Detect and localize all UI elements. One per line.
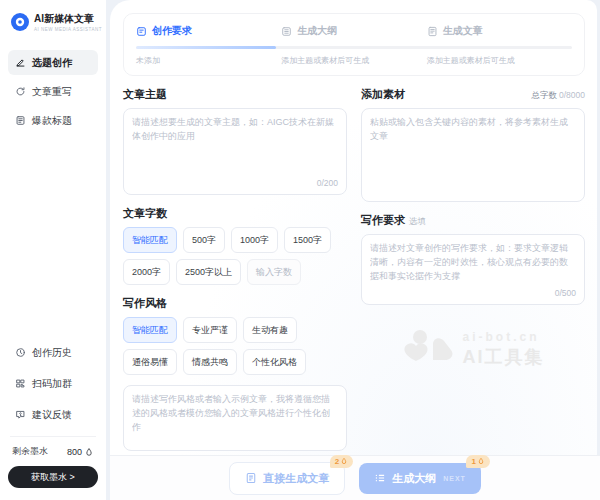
- requirement-section-title: 写作要求选填: [361, 213, 426, 228]
- watermark-domain: ai-bot.cn: [463, 330, 545, 344]
- outline-list-icon: [374, 472, 386, 484]
- hot-title-icon: [15, 115, 26, 126]
- stepper-card: 创作要求生成大纲生成文章 未添加添加主题或素材后可生成添加主题或素材后可生成: [123, 13, 585, 76]
- requirement-char-counter: 0/500: [370, 286, 576, 299]
- form-right-column: 添加素材 总字数0/8000 写作要求选填: [361, 76, 585, 369]
- requirement-icon: [136, 26, 147, 37]
- topic-char-counter: 0/200: [132, 176, 338, 189]
- option-chip[interactable]: 2500字以上: [176, 259, 241, 285]
- sidebar-item-选题创作[interactable]: 选题创作: [8, 50, 98, 75]
- custom-style-input[interactable]: [132, 393, 338, 445]
- option-chip[interactable]: 生动有趣: [243, 317, 297, 343]
- stepper-steps: 创作要求生成大纲生成文章: [136, 24, 572, 38]
- outline-icon: [281, 26, 292, 37]
- custom-style-box: [123, 385, 347, 451]
- article-ink-cost-badge: 2: [330, 455, 353, 468]
- ink-drop-icon: [477, 457, 485, 465]
- form-left-column: 文章主题 0/200 文章字数 智能匹配500字1000字1500字2000字2…: [123, 76, 347, 451]
- topic-input[interactable]: [132, 116, 338, 176]
- ink-balance-row: 剩余墨水 800: [8, 445, 98, 458]
- stepper-status-row: 未添加添加主题或素材后可生成添加主题或素材后可生成: [136, 55, 572, 66]
- requirement-input-box: 0/500: [361, 234, 585, 305]
- option-chip[interactable]: 通俗易懂: [123, 349, 177, 375]
- option-chip[interactable]: 专业严谨: [183, 317, 237, 343]
- topic-creation-icon: [15, 57, 26, 68]
- sidebar-bottom-nav: 创作历史扫码加群建议反馈: [8, 340, 98, 427]
- qr-code-icon: [15, 378, 26, 389]
- material-section-title: 添加素材: [361, 87, 405, 102]
- style-options: 智能匹配专业严谨生动有趣通俗易懂情感共鸣个性化风格: [123, 317, 347, 375]
- optional-tag: 选填: [409, 216, 426, 226]
- generate-outline-button[interactable]: 生成大纲 NEXT 1: [359, 463, 481, 494]
- main-area: 创作要求生成大纲生成文章 未添加添加主题或素材后可生成添加主题或素材后可生成 文…: [106, 0, 600, 500]
- watermark: ai-bot.cn AI工具集: [361, 329, 585, 369]
- stepper-progress-track: [136, 46, 572, 49]
- watermark-logo-icon: [402, 329, 454, 369]
- option-chip[interactable]: 2000字: [123, 259, 170, 285]
- document-icon: [245, 472, 257, 484]
- option-chip[interactable]: 1000字: [231, 227, 278, 253]
- step-创作要求[interactable]: 创作要求: [136, 24, 281, 38]
- main-panel: 创作要求生成大纲生成文章 未添加添加主题或素材后可生成添加主题或素材后可生成 文…: [110, 0, 597, 455]
- option-chip[interactable]: 500字: [183, 227, 225, 253]
- stepper-progress-fill: [136, 46, 276, 49]
- step-status-text: 添加主题或素材后可生成: [427, 55, 572, 66]
- material-total-counter: 总字数0/8000: [532, 90, 586, 102]
- app-subtitle: AI NEW MEDIA ASSISTANT: [34, 27, 102, 32]
- next-tag: NEXT: [443, 475, 466, 482]
- sidebar-item-爆款标题[interactable]: 爆款标题: [8, 108, 98, 133]
- topic-section-title: 文章主题: [123, 87, 167, 102]
- logo-icon: [11, 13, 29, 31]
- option-chip[interactable]: 输入字数: [247, 259, 301, 285]
- sidebar-nav: 选题创作文章重写爆款标题: [8, 50, 98, 133]
- footer-action-bar: 直接生成文章 2 生成大纲 NEXT 1: [110, 455, 600, 500]
- feedback-icon: [15, 409, 26, 420]
- ink-drop-icon: [340, 457, 348, 465]
- generate-article-button[interactable]: 直接生成文章 2: [229, 462, 345, 495]
- topic-input-box: 0/200: [123, 108, 347, 195]
- material-input[interactable]: [370, 116, 576, 196]
- requirement-input[interactable]: [370, 242, 576, 286]
- app-window: AI新媒体文章 AI NEW MEDIA ASSISTANT 选题创作文章重写爆…: [0, 0, 600, 500]
- option-chip[interactable]: 1500字: [284, 227, 331, 253]
- ink-balance-value: 800: [67, 447, 82, 457]
- option-chip[interactable]: 情感共鸣: [183, 349, 237, 375]
- step-status-text: 未添加: [136, 55, 281, 66]
- article-rewrite-icon: [15, 86, 26, 97]
- word-count-options: 智能匹配500字1000字1500字2000字2500字以上输入字数: [123, 227, 347, 285]
- sidebar-divider: [10, 436, 96, 437]
- ink-balance-label: 剩余墨水: [12, 445, 48, 458]
- creation-form: 文章主题 0/200 文章字数 智能匹配500字1000字1500字2000字2…: [123, 76, 585, 451]
- watermark-brand: AI工具集: [463, 345, 545, 369]
- step-生成文章[interactable]: 生成文章: [427, 24, 572, 38]
- option-chip[interactable]: 智能匹配: [123, 227, 177, 253]
- sidebar-item-建议反馈[interactable]: 建议反馈: [8, 402, 98, 427]
- app-title: AI新媒体文章: [34, 12, 102, 26]
- word-count-section-title: 文章字数: [123, 206, 167, 221]
- material-input-box: [361, 108, 585, 202]
- sidebar: AI新媒体文章 AI NEW MEDIA ASSISTANT 选题创作文章重写爆…: [0, 0, 106, 500]
- sidebar-item-文章重写[interactable]: 文章重写: [8, 79, 98, 104]
- style-section-title: 写作风格: [123, 296, 167, 311]
- history-icon: [15, 347, 26, 358]
- option-chip[interactable]: 个性化风格: [243, 349, 306, 375]
- step-生成大纲[interactable]: 生成大纲: [281, 24, 426, 38]
- article-icon: [427, 26, 438, 37]
- sidebar-item-创作历史[interactable]: 创作历史: [8, 340, 98, 365]
- get-ink-button[interactable]: 获取墨水 >: [8, 466, 98, 488]
- option-chip[interactable]: 智能匹配: [123, 317, 177, 343]
- outline-ink-cost-badge: 1: [466, 455, 489, 468]
- sidebar-item-扫码加群[interactable]: 扫码加群: [8, 371, 98, 396]
- ink-drop-icon: [84, 447, 94, 457]
- app-logo: AI新媒体文章 AI NEW MEDIA ASSISTANT: [8, 12, 98, 32]
- step-status-text: 添加主题或素材后可生成: [281, 55, 426, 66]
